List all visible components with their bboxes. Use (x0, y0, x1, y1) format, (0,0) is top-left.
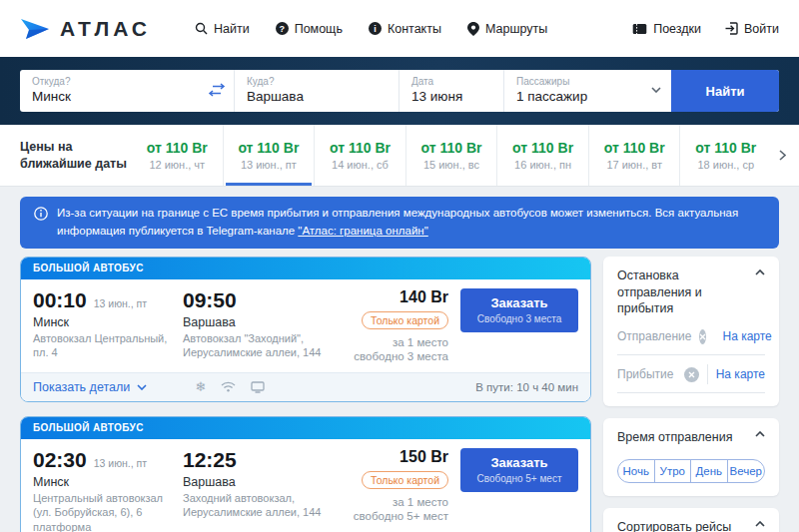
date-tab[interactable]: от 110 Br 17 июн., вт (588, 125, 680, 186)
help-icon: ? (276, 22, 289, 35)
tab-price: от 110 Br (421, 140, 482, 156)
nav-help[interactable]: ? Помощь (276, 22, 343, 36)
date-tabs-caption: Цены на ближайшие даты (20, 125, 132, 186)
order-button[interactable]: Заказать Свободно 3 места (460, 288, 578, 332)
nav-routes[interactable]: Маршруты (467, 22, 547, 36)
departure-city: Минск (33, 475, 183, 489)
login-icon (725, 22, 738, 35)
tabs-next-arrow-icon[interactable] (771, 125, 793, 186)
search-bar: Откуда? Минск Куда? Варшава Дата 13 июня… (20, 70, 779, 112)
date-label: Дата (411, 76, 491, 87)
date-tab[interactable]: от 110 Br 14 июн., сб (314, 125, 405, 186)
banner-text: Из-за ситуации на границе с ЕС время при… (57, 205, 765, 241)
passengers-field[interactable]: Пассажиры 1 пассажир (504, 70, 671, 112)
tab-price: от 110 Br (512, 140, 573, 156)
date-tabs-row: Цены на ближайшие даты от 110 Br 12 июн.… (0, 125, 799, 187)
telegram-channel-link[interactable]: "Атлас: граница онлайн" (298, 225, 427, 237)
arrival-station: Заходний автовокзал, Иерусалимские аллеи… (183, 491, 351, 521)
nav-login-label: Войти (744, 22, 779, 36)
ac-icon: ❄ (195, 380, 206, 393)
show-details-label: Показать детали (33, 380, 130, 394)
ticket-icon (632, 23, 647, 35)
stops-filter-panel: Остановка отправления и прибытия Отправл… (603, 257, 779, 407)
trip-price: 140 Br (351, 288, 448, 306)
departure-leg: 00:10 13 июн., пт Минск Автовокзал Центр… (33, 288, 183, 362)
departure-time: 02:30 (33, 448, 87, 472)
tab-date: 18 июн., ср (697, 159, 754, 171)
bus-type-header: БОЛЬШОЙ АВТОБУС (21, 417, 590, 439)
nav-help-label: Помощь (295, 22, 343, 36)
search-submit-button[interactable]: Найти (671, 70, 779, 112)
date-field[interactable]: Дата 13 июня (400, 70, 504, 112)
main-nav: Найти ? Помощь i Контакты Маршруты (195, 22, 547, 36)
show-details-link[interactable]: Показать детали (33, 380, 147, 394)
tab-date: 12 июн., чт (149, 159, 205, 171)
trip-card: БОЛЬШОЙ АВТОБУС 00:10 13 июн., пт Минск … (20, 257, 591, 402)
time-option-morning[interactable]: Утро (654, 460, 691, 482)
departure-date: 13 июн., пт (94, 457, 147, 469)
date-tab-selected[interactable]: от 110 Br 13 июн., пт (223, 125, 315, 186)
chevron-down-icon (137, 384, 147, 390)
date-tab[interactable]: от 110 Br 16 июн., пн (496, 125, 588, 186)
results-column: БОЛЬШОЙ АВТОБУС 00:10 13 июн., пт Минск … (20, 257, 591, 532)
sort-panel: Сортировать рейсы По времени По стоимост… (603, 508, 779, 532)
top-header: АТЛАС Найти ? Помощь i Контакты Маршруты (0, 0, 799, 57)
nav-login[interactable]: Войти (725, 22, 779, 36)
departure-city: Минск (33, 315, 183, 329)
date-tab[interactable]: от 110 Br 12 июн., чт (132, 125, 223, 186)
date-tab[interactable]: от 110 Br 15 июн., вс (405, 125, 497, 186)
divider (707, 364, 708, 384)
clear-icon[interactable] (699, 329, 706, 344)
brand-logo[interactable]: АТЛАС (20, 16, 151, 42)
swap-directions-icon[interactable] (208, 83, 226, 97)
order-button-sub: Свободно 3 места (477, 313, 562, 324)
departure-on-map-link[interactable]: На карте (722, 329, 771, 343)
nav-search[interactable]: Найти (195, 22, 250, 36)
sort-panel-title: Сортировать рейсы (617, 519, 747, 532)
date-value: 13 июня (411, 89, 491, 104)
arrival-on-map-link[interactable]: На карте (716, 367, 765, 381)
time-option-day[interactable]: День (690, 460, 727, 482)
nav-routes-label: Маршруты (485, 22, 547, 36)
arrival-stop-row: Прибытие На карте (617, 355, 765, 393)
bus-type-header: БОЛЬШОЙ АВТОБУС (21, 258, 590, 279)
time-panel-title: Время отправления (617, 429, 747, 446)
price-column: 140 Br Только картой за 1 место свободно… (351, 288, 460, 362)
tab-price: от 110 Br (695, 140, 756, 156)
time-option-evening[interactable]: Вечер (727, 460, 764, 482)
stops-panel-title: Остановка отправления и прибытия (617, 267, 747, 318)
nav-contacts[interactable]: i Контакты (369, 22, 441, 36)
nav-contacts-label: Контакты (388, 22, 441, 36)
clear-icon[interactable] (684, 367, 699, 382)
time-option-night[interactable]: Ночь (618, 460, 654, 482)
tab-date: 16 июн., пн (514, 159, 571, 171)
order-button[interactable]: Заказать Свободно 5+ мест (460, 448, 578, 492)
tab-price: от 110 Br (147, 140, 208, 156)
seats-left-label: свободно 3 места (351, 350, 448, 362)
info-icon: i (369, 22, 382, 35)
tab-date: 13 июн., пт (241, 159, 297, 171)
chevron-up-icon[interactable] (755, 521, 765, 532)
chevron-up-icon[interactable] (755, 431, 765, 446)
date-tab[interactable]: от 110 Br 18 июн., ср (679, 125, 771, 186)
departure-leg: 02:30 13 июн., пт Минск Центральный авто… (33, 448, 183, 532)
to-field[interactable]: Куда? Варшава (235, 70, 400, 112)
wifi-icon (221, 381, 236, 392)
arrival-stop-input[interactable]: Прибытие (617, 367, 676, 381)
nav-trips[interactable]: Поездки (632, 22, 701, 36)
departure-stop-row: Отправление На карте (617, 317, 765, 355)
trip-duration: В пути: 10 ч 40 мин (475, 381, 578, 393)
departure-station: Центральный автовокзал (ул. Бобруйская, … (33, 491, 183, 532)
search-band: Откуда? Минск Куда? Варшава Дата 13 июня… (0, 57, 799, 125)
tab-price: от 110 Br (238, 140, 299, 156)
tab-price: от 110 Br (330, 140, 391, 156)
info-circle-icon (34, 207, 48, 221)
chevron-down-icon[interactable] (651, 87, 661, 93)
departure-stop-input[interactable]: Отправление (617, 329, 691, 343)
card-only-badge: Только картой (362, 471, 448, 489)
seats-left-label: свободно 5+ мест (351, 510, 448, 522)
from-field[interactable]: Откуда? Минск (20, 70, 235, 112)
atlas-plane-icon (20, 16, 50, 42)
chevron-up-icon[interactable] (755, 269, 765, 318)
time-of-day-options: Ночь Утро День Вечер (617, 459, 765, 483)
